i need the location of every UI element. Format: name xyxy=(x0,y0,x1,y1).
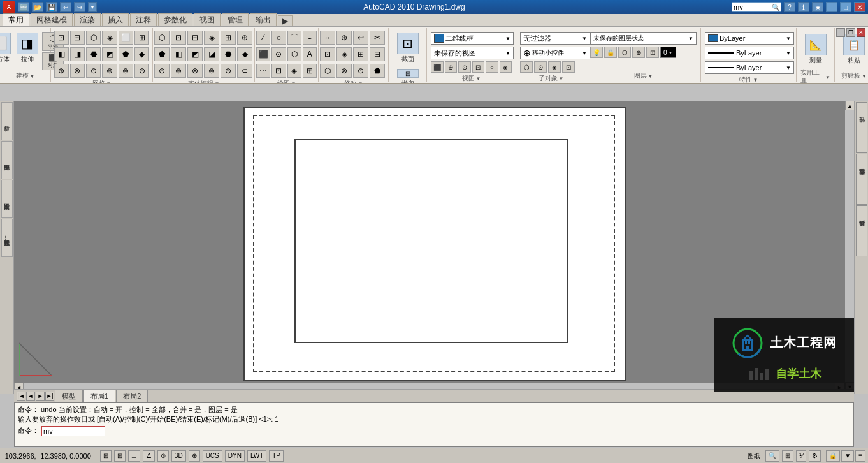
tab-canshuhua[interactable]: 参数化 xyxy=(158,13,192,26)
solid-edit-icon-9[interactable]: ◩ xyxy=(187,47,203,61)
inner-win-close[interactable]: ✕ xyxy=(857,28,865,37)
tab-more[interactable]: ▶ xyxy=(278,15,293,26)
sidebar-properties[interactable]: 特性 xyxy=(856,102,867,153)
tab-nav-next[interactable]: ► xyxy=(36,392,45,401)
solid-edit-icon-5[interactable]: ⊞ xyxy=(221,31,236,45)
tab-wangge[interactable]: 网格建模 xyxy=(31,13,73,26)
tab-layout2[interactable]: 布局2 xyxy=(116,390,148,402)
color-dropdown[interactable]: ByLayer ▼ xyxy=(705,32,794,45)
sidebar-sheet-set[interactable]: 图纸集管理器 xyxy=(856,154,867,205)
tab-shitu[interactable]: 视图 xyxy=(194,13,221,26)
layer-icon-3[interactable]: ⬡ xyxy=(618,47,631,58)
solid-edit-icon-10[interactable]: ◪ xyxy=(204,47,219,61)
mesh-icon-9[interactable]: ⬣ xyxy=(86,47,101,61)
group-label-modify[interactable]: 修改▼ xyxy=(344,79,363,84)
layer-name-display[interactable]: 0 ▼ xyxy=(660,47,676,58)
mesh-icon-11[interactable]: ⬟ xyxy=(119,47,133,61)
draw-icon-7[interactable]: ⬡ xyxy=(287,47,301,61)
sidebar-materials[interactable]: 材质 xyxy=(1,102,13,140)
solid-edit-icon-1[interactable]: ⬡ xyxy=(154,31,170,45)
cuboid-btn[interactable]: ⬜ 长方体 xyxy=(0,31,13,66)
mesh-icon-2[interactable]: ⊟ xyxy=(70,31,85,45)
tab-nav-last[interactable]: ►| xyxy=(45,392,54,401)
move-widget-dropdown[interactable]: ⊕ 移动小控件 ▼ xyxy=(520,47,590,59)
status-settings-icon[interactable]: ≡ xyxy=(855,450,865,462)
otrack-btn[interactable]: ⊕ xyxy=(189,450,200,462)
section-btn[interactable]: ⊡ 截面 xyxy=(394,31,422,66)
group-label-properties[interactable]: 特性▼ xyxy=(739,75,758,84)
save-btn[interactable]: 💾 xyxy=(46,2,57,12)
ortho-btn[interactable]: ⊥ xyxy=(128,450,140,462)
mesh-icon-16[interactable]: ⊛ xyxy=(102,64,117,78)
lineweight-dropdown[interactable]: ByLayer ▼ xyxy=(705,61,794,74)
modify-icon-3[interactable]: ↩ xyxy=(353,31,368,45)
mesh-icon-10[interactable]: ◩ xyxy=(102,47,117,61)
mesh-icon-15[interactable]: ⊙ xyxy=(86,64,101,78)
inner-win-restore[interactable]: ❐ xyxy=(846,28,855,37)
lock-icon[interactable]: 🔒 xyxy=(826,450,840,462)
layer-icon-5[interactable]: ⊡ xyxy=(646,47,659,58)
solid-edit-icon-6[interactable]: ⊕ xyxy=(237,31,252,45)
grid-btn[interactable]: ⊞ xyxy=(114,450,126,462)
sidebar-style-manager[interactable]: 孤独形式管理... xyxy=(1,219,13,257)
scroll-up-btn[interactable]: ▲ xyxy=(845,101,855,110)
draw-icon-5[interactable]: ⬛ xyxy=(256,47,270,61)
solid-edit-icon-11[interactable]: ⬣ xyxy=(221,47,236,61)
minimize-btn[interactable]: — xyxy=(826,2,837,12)
maximize-btn[interactable]: □ xyxy=(840,2,851,12)
view3d-icon-3[interactable]: ⊙ xyxy=(458,61,471,73)
draw-icon-3[interactable]: ⌒ xyxy=(287,31,301,45)
solid-edit-icon-17[interactable]: ⊝ xyxy=(221,64,236,78)
polar-btn[interactable]: ∠ xyxy=(143,450,155,462)
solid-edit-icon-7[interactable]: ⬟ xyxy=(154,47,170,61)
help-icon[interactable]: ? xyxy=(784,2,795,12)
info-icon[interactable]: ℹ xyxy=(798,2,809,12)
subobj-icon-2[interactable]: ⊙ xyxy=(534,61,547,73)
layer-state-dropdown[interactable]: 未保存的图层状态 ▼ xyxy=(590,32,697,45)
sidebar-render-settings[interactable]: 高级渲染设置 xyxy=(1,180,13,218)
extrude-btn[interactable]: ◨ 拉伸 xyxy=(15,31,40,66)
group-label-layer[interactable]: 图层▼ xyxy=(634,71,653,80)
solid-edit-icon-2[interactable]: ⊡ xyxy=(171,31,186,45)
mesh-icon-12[interactable]: ◆ xyxy=(134,47,149,61)
modify-icon-1[interactable]: ↔ xyxy=(320,31,335,45)
modify-icon-4[interactable]: ✂ xyxy=(370,31,385,45)
tab-xuanran[interactable]: 渲染 xyxy=(74,13,101,26)
mesh-icon-3[interactable]: ⬡ xyxy=(86,31,101,45)
down-arrow-icon[interactable]: ▼ xyxy=(841,450,854,462)
mesh-icon-1[interactable]: ⊡ xyxy=(54,31,69,45)
view3d-icon-5[interactable]: ○ xyxy=(486,61,498,73)
solid-edit-icon-8[interactable]: ◧ xyxy=(171,47,186,61)
mesh-icon-4[interactable]: ◈ xyxy=(102,31,117,45)
sidebar-lights[interactable]: 模型中的光源 xyxy=(1,141,13,179)
solid-edit-icon-12[interactable]: ◆ xyxy=(237,47,252,61)
mesh-icon-6[interactable]: ⊞ xyxy=(134,31,149,45)
draw-icon-1[interactable]: ∕ xyxy=(256,31,270,45)
close-btn[interactable]: ✕ xyxy=(854,2,865,12)
solid-edit-icon-3[interactable]: ⊟ xyxy=(187,31,203,45)
modify-icon-5[interactable]: ⊡ xyxy=(320,47,335,61)
view3d-icon-1[interactable]: ⬛ xyxy=(431,61,444,73)
osnap-btn[interactable]: ⊙ xyxy=(157,450,169,462)
annotation-scale-btn[interactable]: ⅟ xyxy=(796,450,806,462)
mesh-icon-14[interactable]: ⊗ xyxy=(70,64,85,78)
mesh-icon-17[interactable]: ⊜ xyxy=(119,64,133,78)
view3d-icon-6[interactable]: ◈ xyxy=(500,61,512,73)
subobj-icon-4[interactable]: ⊡ xyxy=(562,61,575,73)
workspace-btn[interactable]: ⚙ xyxy=(809,450,821,462)
tab-layout1[interactable]: 布局1 xyxy=(83,390,115,402)
command-input[interactable] xyxy=(41,426,105,436)
mesh-icon-18[interactable]: ⊝ xyxy=(134,64,149,78)
tab-shuchu[interactable]: 输出 xyxy=(250,13,277,26)
linetype-dropdown[interactable]: ByLayer ▼ xyxy=(705,47,794,59)
draw-icon-12[interactable]: ⊞ xyxy=(303,64,317,78)
draw-icon-8[interactable]: A xyxy=(303,47,317,61)
viewport-config-btn[interactable]: ⊞ xyxy=(782,450,793,462)
dyn-btn[interactable]: DYN xyxy=(225,450,245,462)
group-label-wangge[interactable]: 网格▼ xyxy=(92,79,112,84)
view3d-icon-2[interactable]: ⊕ xyxy=(445,61,458,73)
flat-btn[interactable]: ⊟ 平面 xyxy=(394,67,422,84)
draw-icon-2[interactable]: ○ xyxy=(271,31,286,45)
modify-icon-6[interactable]: ◈ xyxy=(336,47,352,61)
subobj-icon-3[interactable]: ◈ xyxy=(548,61,561,73)
